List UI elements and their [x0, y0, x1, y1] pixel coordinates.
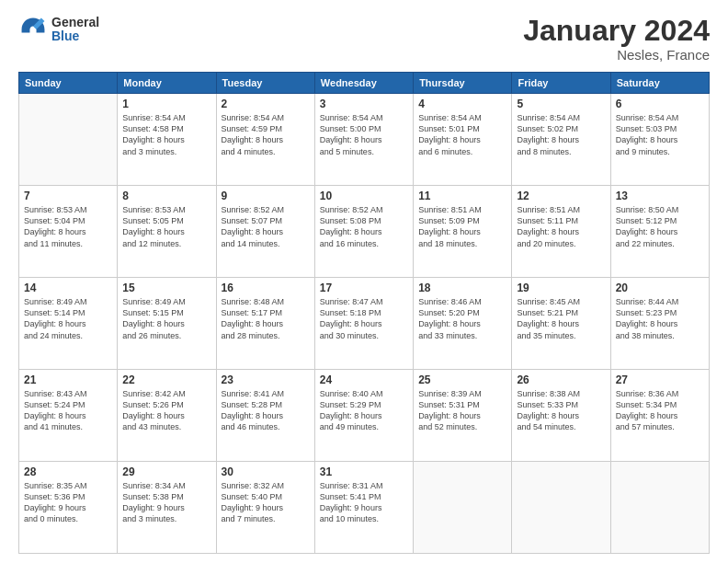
sunset-text: Sunset: 5:31 PM [418, 399, 506, 410]
sunset-text: Sunset: 5:33 PM [517, 399, 605, 410]
day-number: 14 [24, 282, 112, 294]
sunrise-text: Sunrise: 8:54 AM [320, 112, 408, 123]
sunset-text: Sunset: 5:28 PM [222, 399, 310, 410]
daylight-text: and 3 minutes. [122, 513, 210, 524]
table-row: 28Sunrise: 8:35 AMSunset: 5:36 PMDayligh… [19, 462, 118, 554]
day-number: 22 [122, 373, 210, 386]
sunset-text: Sunset: 5:41 PM [320, 491, 408, 502]
table-row: 10Sunrise: 8:52 AMSunset: 5:08 PMDayligh… [314, 186, 413, 278]
day-info: Sunrise: 8:46 AMSunset: 5:20 PMDaylight:… [418, 296, 506, 341]
daylight-text: and 4 minutes. [222, 146, 310, 157]
sunrise-text: Sunrise: 8:40 AM [320, 388, 408, 399]
sunrise-text: Sunrise: 8:50 AM [616, 204, 704, 215]
sunrise-text: Sunrise: 8:43 AM [24, 388, 112, 399]
sunrise-text: Sunrise: 8:49 AM [122, 296, 210, 307]
daylight-text: Daylight: 8 hours [616, 318, 704, 329]
daylight-text: and 14 minutes. [222, 238, 310, 249]
day-number: 3 [320, 98, 408, 110]
day-number: 23 [222, 373, 310, 386]
sunset-text: Sunset: 5:01 PM [418, 123, 506, 134]
sunset-text: Sunset: 5:26 PM [122, 399, 210, 410]
sunset-text: Sunset: 5:12 PM [616, 215, 704, 226]
daylight-text: Daylight: 9 hours [222, 502, 310, 513]
daylight-text: Daylight: 8 hours [122, 318, 210, 329]
logo-general: General [51, 16, 99, 29]
day-number: 30 [222, 465, 310, 478]
sunrise-text: Sunrise: 8:52 AM [222, 204, 310, 215]
col-saturday: Saturday [610, 73, 709, 94]
sunrise-text: Sunrise: 8:54 AM [616, 112, 704, 123]
sunset-text: Sunset: 4:58 PM [122, 123, 210, 134]
table-row: 23Sunrise: 8:41 AMSunset: 5:28 PMDayligh… [216, 370, 314, 462]
daylight-text: Daylight: 8 hours [418, 318, 506, 329]
daylight-text: Daylight: 8 hours [616, 410, 704, 421]
daylight-text: and 22 minutes. [616, 238, 704, 249]
daylight-text: and 10 minutes. [320, 513, 408, 524]
sunset-text: Sunset: 5:14 PM [24, 307, 112, 318]
day-info: Sunrise: 8:48 AMSunset: 5:17 PMDaylight:… [222, 296, 310, 341]
day-number: 13 [616, 190, 704, 202]
sunrise-text: Sunrise: 8:39 AM [418, 388, 506, 399]
sunset-text: Sunset: 5:18 PM [320, 307, 408, 318]
sunrise-text: Sunrise: 8:31 AM [320, 480, 408, 491]
sunset-text: Sunset: 5:11 PM [517, 215, 605, 226]
sunset-text: Sunset: 5:07 PM [222, 215, 310, 226]
sunrise-text: Sunrise: 8:48 AM [222, 296, 310, 307]
daylight-text: and 57 minutes. [616, 421, 704, 432]
daylight-text: Daylight: 8 hours [24, 318, 112, 329]
table-row: 24Sunrise: 8:40 AMSunset: 5:29 PMDayligh… [314, 370, 413, 462]
daylight-text: Daylight: 8 hours [320, 410, 408, 421]
sunset-text: Sunset: 5:02 PM [517, 123, 605, 134]
calendar-week-row: 14Sunrise: 8:49 AMSunset: 5:14 PMDayligh… [19, 278, 710, 370]
sunrise-text: Sunrise: 8:53 AM [122, 204, 210, 215]
table-row: 14Sunrise: 8:49 AMSunset: 5:14 PMDayligh… [19, 278, 118, 370]
sunset-text: Sunset: 5:21 PM [517, 307, 605, 318]
calendar-table: Sunday Monday Tuesday Wednesday Thursday… [18, 72, 710, 554]
sunset-text: Sunset: 5:38 PM [122, 491, 210, 502]
daylight-text: Daylight: 8 hours [517, 410, 605, 421]
table-row: 5Sunrise: 8:54 AMSunset: 5:02 PMDaylight… [512, 94, 610, 186]
daylight-text: and 7 minutes. [222, 513, 310, 524]
daylight-text: and 35 minutes. [517, 330, 605, 341]
day-info: Sunrise: 8:39 AMSunset: 5:31 PMDaylight:… [418, 388, 506, 433]
daylight-text: Daylight: 8 hours [418, 134, 506, 145]
day-info: Sunrise: 8:54 AMSunset: 5:01 PMDaylight:… [418, 112, 506, 157]
daylight-text: Daylight: 8 hours [418, 410, 506, 421]
day-info: Sunrise: 8:36 AMSunset: 5:34 PMDaylight:… [616, 388, 704, 433]
daylight-text: Daylight: 8 hours [320, 134, 408, 145]
sunrise-text: Sunrise: 8:34 AM [122, 480, 210, 491]
daylight-text: Daylight: 8 hours [517, 318, 605, 329]
daylight-text: and 52 minutes. [418, 421, 506, 432]
table-row: 8Sunrise: 8:53 AMSunset: 5:05 PMDaylight… [118, 186, 216, 278]
table-row: 30Sunrise: 8:32 AMSunset: 5:40 PMDayligh… [216, 462, 314, 554]
table-row: 22Sunrise: 8:42 AMSunset: 5:26 PMDayligh… [118, 370, 216, 462]
table-row: 19Sunrise: 8:45 AMSunset: 5:21 PMDayligh… [512, 278, 610, 370]
sunrise-text: Sunrise: 8:47 AM [320, 296, 408, 307]
sunset-text: Sunset: 5:24 PM [24, 399, 112, 410]
month-year-title: January 2024 [523, 15, 710, 47]
sunrise-text: Sunrise: 8:36 AM [616, 388, 704, 399]
day-info: Sunrise: 8:50 AMSunset: 5:12 PMDaylight:… [616, 204, 704, 249]
day-info: Sunrise: 8:34 AMSunset: 5:38 PMDaylight:… [122, 480, 210, 525]
day-number: 12 [517, 190, 605, 202]
day-number: 28 [24, 465, 112, 478]
daylight-text: and 46 minutes. [222, 421, 310, 432]
day-number: 9 [222, 190, 310, 202]
calendar-week-row: 28Sunrise: 8:35 AMSunset: 5:36 PMDayligh… [19, 462, 710, 554]
page: General Blue January 2024 Nesles, France… [0, 0, 728, 563]
table-row: 7Sunrise: 8:53 AMSunset: 5:04 PMDaylight… [19, 186, 118, 278]
col-tuesday: Tuesday [216, 73, 314, 94]
day-info: Sunrise: 8:54 AMSunset: 5:00 PMDaylight:… [320, 112, 408, 157]
day-number: 6 [616, 98, 704, 110]
daylight-text: and 28 minutes. [222, 330, 310, 341]
day-number: 24 [320, 373, 408, 386]
daylight-text: and 26 minutes. [122, 330, 210, 341]
sunrise-text: Sunrise: 8:44 AM [616, 296, 704, 307]
sunrise-text: Sunrise: 8:52 AM [320, 204, 408, 215]
table-row: 15Sunrise: 8:49 AMSunset: 5:15 PMDayligh… [118, 278, 216, 370]
day-number: 15 [122, 282, 210, 294]
table-row: 20Sunrise: 8:44 AMSunset: 5:23 PMDayligh… [610, 278, 709, 370]
daylight-text: Daylight: 8 hours [222, 410, 310, 421]
sunrise-text: Sunrise: 8:54 AM [222, 112, 310, 123]
daylight-text: and 33 minutes. [418, 330, 506, 341]
